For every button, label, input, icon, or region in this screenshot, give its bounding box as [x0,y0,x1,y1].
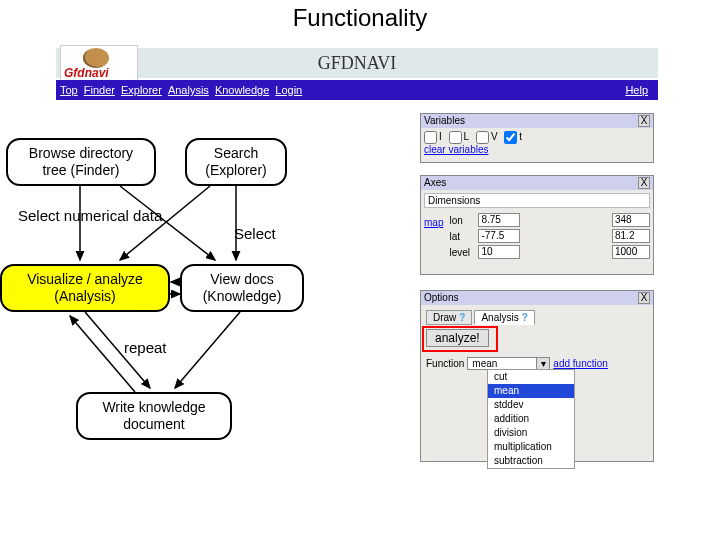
function-label: Function [426,358,464,369]
axis-level-a[interactable]: 10 [478,245,520,259]
axis-name: lat [449,231,475,242]
options-tabs: Draw? Analysis? [426,310,648,325]
main-nav: Top Finder Explorer Analysis Knowledge L… [56,80,658,100]
panel-variables-title: Variables [424,115,465,127]
node-browse-l2: tree (Finder) [12,162,150,179]
node-search: Search (Explorer) [185,138,287,186]
func-opt-multiplication[interactable]: multiplication [488,440,574,454]
app-logo: Gfdnavi [60,45,138,83]
clear-variables-link[interactable]: clear variables [424,144,650,155]
node-visualize-l1: Visualize / analyze [6,271,164,288]
panel-options-title: Options [424,292,458,304]
var-check-i[interactable]: I [424,131,442,144]
close-icon[interactable]: X [638,115,650,127]
axis-level-b[interactable]: 1000 [612,245,650,259]
close-icon[interactable]: X [638,292,650,304]
axis-name: lon [449,215,475,226]
var-check-l[interactable]: L [449,131,470,144]
axis-row-lat: lat -77.5 81.2 [449,229,650,243]
func-opt-mean[interactable]: mean [488,384,574,398]
node-write-l2: document [82,416,226,433]
page-title: Functionality [0,4,720,32]
close-icon[interactable]: X [638,177,650,189]
node-search-l1: Search [191,145,281,162]
node-visualize-l2: (Analysis) [6,288,164,305]
node-viewdocs: View docs (Knowledge) [180,264,304,312]
nav-knowledge[interactable]: Knowledge [215,84,269,96]
tab-analysis[interactable]: Analysis? [474,310,534,325]
globe-icon [83,48,109,68]
axis-name: level [449,247,475,258]
axis-lat-a[interactable]: -77.5 [478,229,520,243]
app-banner: Gfdnavi GFDNAVI [56,48,658,78]
func-opt-cut[interactable]: cut [488,370,574,384]
highlight-box [422,326,498,352]
axis-row-lon: lon 8.75 348 [449,213,650,227]
axis-lat-b[interactable]: 81.2 [612,229,650,243]
tab-draw[interactable]: Draw? [426,310,472,325]
node-browse: Browse directory tree (Finder) [6,138,156,186]
axis-lon-b[interactable]: 348 [612,213,650,227]
banner-title: GFDNAVI [318,53,397,74]
node-write: Write knowledge document [76,392,232,440]
axes-dimensions-header: Dimensions [424,193,650,208]
node-visualize: Visualize / analyze (Analysis) [0,264,170,312]
label-repeat: repeat [124,339,167,356]
help-icon[interactable]: ? [522,312,528,323]
nav-finder[interactable]: Finder [84,84,115,96]
node-viewdocs-l1: View docs [186,271,298,288]
function-dropdown-list: cut mean stddev addition division multip… [487,369,575,469]
help-icon[interactable]: ? [459,312,465,323]
panel-axes: AxesX Dimensions map lon 8.75 348 lat -7… [420,175,654,275]
func-opt-stddev[interactable]: stddev [488,398,574,412]
axis-lon-a[interactable]: 8.75 [478,213,520,227]
var-check-t[interactable]: t [504,131,522,144]
label-select-numerical: Select numerical data [18,207,162,224]
nav-explorer[interactable]: Explorer [121,84,162,96]
var-check-v[interactable]: V [476,131,498,144]
nav-login[interactable]: Login [275,84,302,96]
func-opt-division[interactable]: division [488,426,574,440]
svg-line-8 [175,312,240,388]
logo-text: Gfdnavi [64,66,109,80]
panel-variables: VariablesX I L V t clear variables [420,113,654,163]
func-opt-addition[interactable]: addition [488,412,574,426]
label-select: Select [234,225,276,242]
panel-options: OptionsX Draw? Analysis? analyze! Functi… [420,290,654,462]
axis-row-level: level 10 1000 [449,245,650,259]
nav-help[interactable]: Help [625,84,648,96]
panel-axes-title: Axes [424,177,446,189]
node-write-l1: Write knowledge [82,399,226,416]
node-viewdocs-l2: (Knowledge) [186,288,298,305]
nav-top[interactable]: Top [60,84,78,96]
add-function-link[interactable]: add function [553,358,608,369]
node-search-l2: (Explorer) [191,162,281,179]
chevron-down-icon: ▾ [536,358,549,369]
node-browse-l1: Browse directory [12,145,150,162]
map-link[interactable]: map [424,217,443,261]
nav-analysis[interactable]: Analysis [168,84,209,96]
func-opt-subtraction[interactable]: subtraction [488,454,574,468]
